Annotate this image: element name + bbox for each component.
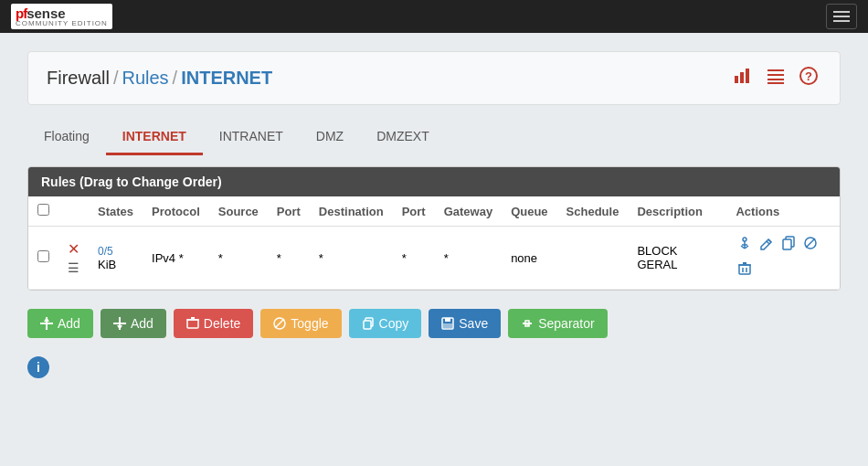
add-bottom-icon	[113, 317, 126, 330]
tab-internet[interactable]: INTERNET	[106, 120, 203, 155]
col-destination: Destination	[310, 196, 393, 227]
svg-line-14	[767, 241, 769, 244]
svg-rect-19	[739, 265, 750, 274]
page-header: Firewall / Rules / INTERNET	[27, 51, 841, 105]
svg-text:?: ?	[805, 69, 812, 83]
select-all-checkbox[interactable]	[37, 204, 49, 216]
chart-icon-button[interactable]	[730, 65, 756, 91]
row-source-cell: *	[209, 227, 268, 290]
tabs: Floating INTERNET INTRANET DMZ DMZEXT	[27, 120, 841, 155]
bottom-toolbar: Add Add Delete Toggle	[27, 309, 841, 338]
disable-icon-button[interactable]	[801, 234, 820, 256]
info-section: i	[27, 356, 841, 378]
copy-button[interactable]: Copy	[349, 309, 422, 338]
tab-floating[interactable]: Floating	[27, 120, 106, 155]
svg-rect-16	[783, 239, 791, 249]
col-gateway: Gateway	[435, 196, 502, 227]
row-states-cell: 0/5 KiB	[89, 227, 143, 290]
save-icon	[441, 317, 454, 330]
row-checkbox[interactable]	[37, 250, 49, 262]
svg-rect-6	[767, 82, 784, 84]
tab-dmz[interactable]: DMZ	[300, 120, 360, 155]
table-title: Rules (Drag to Change Order)	[28, 167, 840, 196]
col-checkbox	[28, 196, 58, 227]
breadcrumb-rules[interactable]: Rules	[122, 68, 168, 89]
copy-icon-button[interactable]	[779, 234, 798, 256]
toggle-label: Toggle	[291, 316, 328, 331]
col-states: States	[89, 196, 143, 227]
breadcrumb-sep-1: /	[113, 68, 119, 89]
col-queue: Queue	[502, 196, 556, 227]
add-top-icon	[40, 317, 53, 330]
svg-rect-3	[767, 69, 784, 71]
delete-label: Delete	[204, 316, 240, 331]
col-description: Description	[628, 196, 726, 227]
action-icons	[736, 234, 831, 281]
svg-rect-36	[364, 321, 371, 329]
svg-rect-28	[113, 323, 126, 324]
row-protocol-cell: IPv4 *	[143, 227, 209, 290]
size-label: KiB	[98, 258, 116, 271]
col-source: Source	[209, 196, 268, 227]
status-icons: ✕ ☰	[68, 240, 79, 275]
rules-table: States Protocol Source Port Destination …	[28, 196, 840, 290]
row-description-cell: BLOCK GERAL	[628, 227, 726, 290]
save-button[interactable]: Save	[429, 309, 501, 338]
info-icon-button[interactable]: i	[27, 356, 49, 378]
col-dst-port: Port	[393, 196, 435, 227]
copy-icon	[362, 317, 375, 330]
svg-point-9	[743, 238, 746, 241]
breadcrumb: Firewall / Rules / INTERNET	[47, 68, 272, 89]
svg-rect-5	[767, 79, 784, 80]
row-gateway-cell: *	[435, 227, 502, 290]
svg-rect-25	[40, 323, 53, 324]
navbar: pf sense COMMUNITY EDITION	[0, 0, 868, 33]
help-icon-button[interactable]: ?	[796, 65, 821, 91]
svg-text:+: +	[525, 321, 530, 329]
toggle-button[interactable]: Toggle	[260, 309, 341, 338]
row-checkbox-cell	[28, 227, 58, 290]
row-actions-cell	[726, 227, 840, 290]
breadcrumb-firewall: Firewall	[47, 68, 110, 89]
edit-icon-button[interactable]	[757, 234, 776, 256]
row-schedule-cell	[557, 227, 629, 290]
svg-rect-30	[187, 320, 198, 328]
copy-label: Copy	[379, 316, 409, 331]
row-src-port-cell: *	[268, 227, 310, 290]
rules-icon: ☰	[68, 260, 79, 275]
svg-marker-29	[117, 325, 122, 330]
page-content: Firewall / Rules / INTERNET	[0, 33, 868, 397]
row-destination-cell: *	[310, 227, 393, 290]
col-protocol: Protocol	[143, 196, 209, 227]
add-top-button[interactable]: Add	[27, 309, 93, 338]
svg-line-34	[275, 319, 284, 328]
row-status-cell: ✕ ☰	[58, 227, 89, 290]
delete-icon-button[interactable]	[736, 259, 754, 281]
separator-icon: +	[521, 317, 534, 330]
separator-button[interactable]: + Separator	[508, 309, 607, 338]
tab-dmzext[interactable]: DMZEXT	[360, 120, 446, 155]
row-queue-cell: none	[502, 227, 556, 290]
toggle-icon	[273, 317, 286, 330]
states-link[interactable]: 0/5	[98, 245, 133, 258]
svg-rect-2	[746, 69, 749, 83]
header-icons: ?	[730, 65, 821, 91]
svg-line-18	[806, 238, 815, 248]
col-src-port: Port	[268, 196, 310, 227]
table-header-row: States Protocol Source Port Destination …	[28, 196, 840, 227]
list-icon-button[interactable]	[763, 65, 789, 91]
delete-icon	[186, 317, 199, 330]
table-row: ✕ ☰ 0/5 KiB IPv4 * * * * * * none	[28, 227, 840, 290]
col-actions: Actions	[726, 196, 840, 227]
add-bottom-button[interactable]: Add	[101, 309, 166, 338]
svg-rect-4	[767, 74, 784, 76]
delete-button[interactable]: Delete	[174, 309, 253, 338]
svg-rect-1	[740, 72, 744, 83]
add-top-label: Add	[58, 316, 80, 331]
anchor-icon-button[interactable]	[736, 234, 754, 256]
row-dst-port-cell: *	[393, 227, 435, 290]
tab-intranet[interactable]: INTRANET	[203, 120, 300, 155]
save-label: Save	[459, 316, 488, 331]
navbar-toggler[interactable]	[826, 4, 857, 29]
svg-rect-0	[735, 76, 738, 83]
